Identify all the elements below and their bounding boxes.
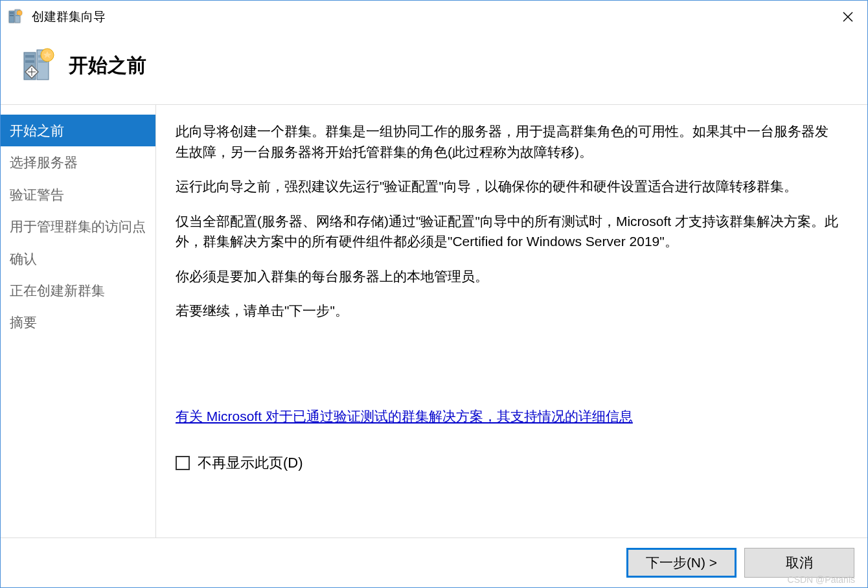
watermark: CSDN @Patanis xyxy=(788,574,855,585)
main-content: 此向导将创建一个群集。群集是一组协同工作的服务器，用于提高群集角色的可用性。如果… xyxy=(156,105,867,537)
sidebar-item-creating-cluster[interactable]: 正在创建新群集 xyxy=(1,275,155,306)
button-row: 下一步(N) > 取消 xyxy=(1,537,867,587)
cancel-button[interactable]: 取消 xyxy=(744,548,854,578)
sidebar-item-summary[interactable]: 摘要 xyxy=(1,306,155,338)
intro-paragraph-4: 你必须是要加入群集的每台服务器上的本地管理员。 xyxy=(176,266,841,287)
intro-paragraph-3: 仅当全部配置(服务器、网络和存储)通过"验证配置"向导中的所有测试时，Micro… xyxy=(176,211,841,252)
more-info-link[interactable]: 有关 Microsoft 对于已通过验证测试的群集解决方案，其支持情况的详细信息 xyxy=(176,406,841,427)
window-title: 创建群集向导 xyxy=(32,8,835,25)
next-button[interactable]: 下一步(N) > xyxy=(626,548,737,578)
sidebar-item-validation-warning[interactable]: 验证警告 xyxy=(1,179,155,210)
sidebar-item-select-servers[interactable]: 选择服务器 xyxy=(1,146,155,178)
intro-paragraph-1: 此向导将创建一个群集。群集是一组协同工作的服务器，用于提高群集角色的可用性。如果… xyxy=(176,121,841,162)
sidebar-item-confirmation[interactable]: 确认 xyxy=(1,243,155,275)
svg-rect-4 xyxy=(10,15,14,16)
page-title: 开始之前 xyxy=(69,52,146,79)
svg-point-2 xyxy=(17,10,22,16)
intro-paragraph-5: 若要继续，请单击"下一步"。 xyxy=(176,300,841,321)
wizard-icon xyxy=(20,46,59,85)
header-section: 开始之前 xyxy=(1,33,867,104)
close-button[interactable] xyxy=(835,4,861,30)
close-icon xyxy=(843,12,853,22)
content-area: 开始之前 选择服务器 验证警告 用于管理群集的访问点 确认 正在创建新群集 摘要… xyxy=(1,104,867,537)
intro-paragraph-2: 运行此向导之前，强烈建议先运行"验证配置"向导，以确保你的硬件和硬件设置适合进行… xyxy=(176,176,841,197)
sidebar-item-before-begin[interactable]: 开始之前 xyxy=(1,115,155,146)
svg-rect-11 xyxy=(25,60,34,63)
svg-rect-3 xyxy=(10,12,14,14)
svg-rect-10 xyxy=(25,55,34,58)
titlebar: 创建群集向导 xyxy=(1,1,867,33)
do-not-show-checkbox[interactable] xyxy=(176,456,190,470)
svg-rect-5 xyxy=(16,15,19,16)
checkbox-label: 不再显示此页(D) xyxy=(198,452,303,473)
app-icon xyxy=(7,8,25,26)
wizard-window: 创建群集向导 开始之前 xyxy=(0,0,868,588)
sidebar-item-access-point[interactable]: 用于管理群集的访问点 xyxy=(1,210,155,242)
checkbox-row: 不再显示此页(D) xyxy=(176,452,841,473)
sidebar: 开始之前 选择服务器 验证警告 用于管理群集的访问点 确认 正在创建新群集 摘要 xyxy=(1,105,156,537)
